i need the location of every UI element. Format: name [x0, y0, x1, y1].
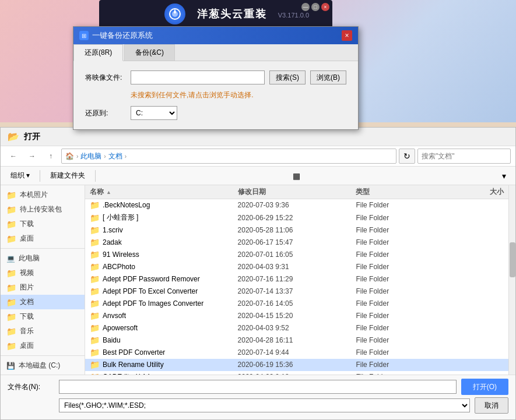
sidebar: 📁 本机照片 📁 待上传安装包 📁 下载 📁 桌面 💻 此电脑 📁 — [1, 185, 85, 375]
forward-btn[interactable]: → — [24, 149, 40, 163]
file-folder-icon: 📁 — [90, 213, 100, 223]
search-input[interactable] — [417, 149, 511, 164]
scrollbar-vertical[interactable] — [508, 185, 515, 375]
file-folder-icon: 📁 — [90, 336, 100, 345]
sidebar-label: 本地磁盘 (C:) — [19, 361, 60, 370]
table-row[interactable]: 📁 Apowersoft 2020-04-03 9:52 File Folder — [85, 322, 508, 334]
table-row[interactable]: 📁 Adept PDF To Images Converter 2020-07-… — [85, 298, 508, 310]
pc-icon: 💻 — [6, 255, 15, 263]
file-list: 📁 .BeckNotesLog 2020-07-03 9:36 File Fol… — [85, 199, 508, 375]
sidebar-label: 音乐 — [20, 326, 34, 336]
sidebar-item-local-photos[interactable]: 📁 本机照片 — [1, 188, 85, 202]
table-row[interactable]: 📁 ABCPhoto 2020-04-03 9:31 File Folder — [85, 261, 508, 273]
sidebar-item-pictures[interactable]: 📁 图片 — [1, 280, 85, 295]
sidebar-label: 视频 — [20, 268, 34, 278]
file-dialog-titlebar: 📂 打开 — [1, 128, 515, 146]
tab-restore[interactable]: 还原(8R) — [73, 44, 123, 61]
breadcrumb-pc[interactable]: 此电脑 — [80, 151, 101, 161]
sidebar-item-upload-pkg[interactable]: 📁 待上传安装包 — [1, 202, 85, 217]
col-name-header[interactable]: 名称 ▲ — [90, 187, 238, 197]
sidebar-item-documents[interactable]: 📁 文档 — [1, 295, 85, 309]
restore-dialog-titlebar: ⊞ 一键备份还原系统 × — [73, 27, 358, 44]
file-name-cell: 📁 [ 小蛙音形 ] — [90, 213, 238, 223]
sidebar-item-music[interactable]: 📁 音乐 — [1, 324, 85, 338]
breadcrumb-docs[interactable]: 文档 — [108, 151, 122, 161]
minimize-btn[interactable]: — — [301, 3, 310, 11]
cancel-btn[interactable]: 取消 — [475, 397, 508, 414]
file-folder-icon: 📁 — [90, 274, 100, 284]
table-row[interactable]: 📁 [ 小蛙音形 ] 2020-06-29 15:22 File Folder — [85, 211, 508, 224]
table-row[interactable]: 📁 Adept PDF To Excel Converter 2020-07-1… — [85, 285, 508, 298]
table-row[interactable]: 📁 1.scriv 2020-05-28 11:06 File Folder — [85, 224, 508, 237]
file-type: File Folder — [356, 250, 444, 259]
breadcrumb-home[interactable]: 🏠 — [65, 152, 74, 160]
filename-input[interactable] — [59, 380, 457, 394]
sidebar-item-desktop2[interactable]: 📁 桌面 — [1, 338, 85, 353]
folder-icon: 📁 — [6, 312, 16, 322]
file-folder-icon: 📁 — [90, 250, 100, 259]
open-btn[interactable]: 打开(O) — [461, 379, 508, 395]
table-row[interactable]: 📁 91 Wireless 2020-07-01 16:05 File Fold… — [85, 249, 508, 261]
restore-close-btn[interactable]: × — [342, 30, 352, 41]
folder-icon: 📁 — [6, 205, 16, 214]
up-btn[interactable]: ↑ — [43, 149, 59, 163]
file-name: [ 小蛙音形 ] — [103, 213, 138, 223]
filetype-select[interactable]: Files(*.GHO;*.WIM;*.ESD; — [59, 398, 470, 412]
sidebar-label: 待上传安装包 — [20, 204, 62, 214]
col-size-header[interactable]: 大小 — [445, 187, 504, 197]
sidebar-item-download1[interactable]: 📁 下载 — [1, 217, 85, 231]
restore-tabs: 还原(8R) 备份(&C) — [73, 44, 358, 61]
tab-backup[interactable]: 备份(&C) — [124, 44, 175, 61]
folder-icon: 📁 — [6, 327, 16, 336]
drive-icon: 💾 — [6, 362, 15, 370]
top-app-controls: — □ × — [301, 3, 329, 11]
file-type: File Folder — [356, 287, 444, 295]
file-folder-icon: 📁 — [90, 323, 100, 333]
table-row[interactable]: 📁 Adept PDF Password Remover 2020-07-16 … — [85, 273, 508, 285]
table-row[interactable]: 📁 2adak 2020-06-17 15:47 File Folder — [85, 237, 508, 249]
sort-arrow: ▲ — [106, 189, 111, 195]
col-date-header[interactable]: 修改日期 — [238, 187, 356, 197]
file-folder-icon: 📁 — [90, 287, 100, 296]
sidebar-item-disk-c[interactable]: 💾 本地磁盘 (C:) — [1, 358, 85, 373]
file-type: File Folder — [356, 299, 444, 308]
new-folder-btn[interactable]: 新建文件夹 — [45, 168, 90, 183]
organize-btn[interactable]: 组织 ▾ — [5, 168, 35, 183]
top-close-btn[interactable]: × — [321, 3, 329, 11]
sidebar-item-video[interactable]: 📁 视频 — [1, 266, 85, 280]
folder-icon: 📁 — [6, 298, 16, 307]
file-date: 2020-07-14 9:44 — [238, 348, 356, 357]
restore-to-select[interactable]: C: D: — [131, 106, 177, 120]
view-list-btn[interactable]: ▾ — [497, 170, 511, 182]
view-grid-btn[interactable]: ▦ — [289, 170, 303, 182]
file-date: 2020-07-01 16:05 — [238, 250, 356, 259]
breadcrumb-sep2: › — [104, 153, 106, 160]
file-name: ABCPhoto — [103, 263, 135, 271]
nav-bar: ← → ↑ 🏠 › 此电脑 › 文档 › ↻ — [1, 146, 515, 167]
table-row[interactable]: 📁 Best PDF Converter 2020-07-14 9:44 Fil… — [85, 347, 508, 359]
file-name-cell: 📁 Best PDF Converter — [90, 348, 238, 357]
maximize-btn[interactable]: □ — [311, 3, 320, 11]
sidebar-label: 文档 — [20, 297, 34, 307]
back-btn[interactable]: ← — [5, 149, 22, 163]
file-name-cell: 📁 .BeckNotesLog — [90, 200, 238, 210]
search-btn[interactable]: 搜索(S) — [269, 70, 306, 84]
table-row[interactable]: 📁 Bulk Rename Utility 2020-06-19 15:36 F… — [85, 359, 508, 371]
sidebar-item-this-pc[interactable]: 💻 此电脑 — [1, 251, 85, 266]
file-name-cell: 📁 91 Wireless — [90, 250, 238, 259]
refresh-btn[interactable]: ↻ — [399, 149, 415, 164]
browse-btn[interactable]: 浏览(B) — [310, 70, 346, 84]
col-type-header[interactable]: 类型 — [356, 187, 444, 197]
file-type: File Folder — [356, 336, 444, 344]
sidebar-divider1 — [1, 248, 85, 249]
table-row[interactable]: 📁 Baidu 2020-04-28 16:11 File Folder — [85, 334, 508, 347]
file-name: Bulk Rename Utility — [103, 361, 164, 369]
scrollbar-thumb[interactable] — [510, 242, 515, 277]
sidebar-item-download2[interactable]: 📁 下载 — [1, 309, 85, 324]
file-name: 1.scriv — [103, 226, 123, 234]
table-row[interactable]: 📁 .BeckNotesLog 2020-07-03 9:36 File Fol… — [85, 199, 508, 211]
sidebar-item-desktop1[interactable]: 📁 桌面 — [1, 231, 85, 246]
file-name-cell: 📁 ABCPhoto — [90, 262, 238, 271]
table-row[interactable]: 📁 Anvsoft 2020-04-15 15:20 File Folder — [85, 310, 508, 322]
image-file-input[interactable] — [131, 70, 265, 84]
